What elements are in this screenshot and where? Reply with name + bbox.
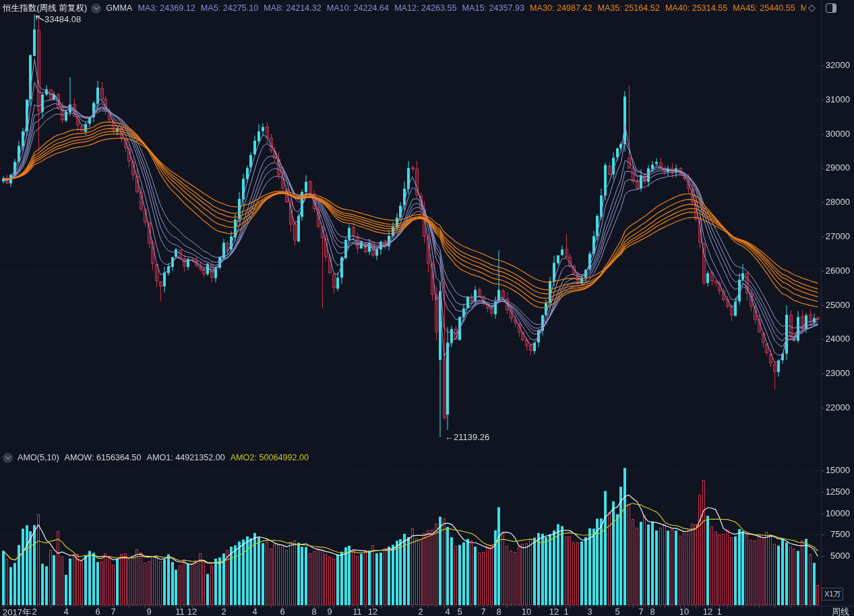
x-axis-label-6: 11 [175,607,185,616]
price-tick-label-10: 22000 [823,402,850,412]
collapse-volume-icon[interactable] [3,453,13,463]
ma-value-10: M [801,3,806,13]
x-axis-label-19: 8 [496,607,501,616]
ma-value-0: MA3: 24369.12 [138,3,195,13]
ma-value-6: MA30: 24987.42 [530,3,592,13]
ma-value-8: MA40: 25314.55 [665,3,727,13]
main-chart-header: 恒生指数(周线 前复权) GMMA MA3: 24369.12MA5: 2427… [3,2,806,14]
x-axis-label-15: 2 [418,607,423,616]
volume-tick-label-3: 7500 [823,529,850,539]
x-axis-label-25: 7 [638,607,643,616]
high-annotation: 33484.08 [44,14,81,24]
amo-values-list: AMOW: 6156364.50AMO1: 44921352.00AMO2: 5… [65,453,314,462]
x-axis-label-24: 5 [615,607,619,616]
x-axis-label-12: 9 [327,607,332,616]
amo-value-1: AMO1: 44921352.00 [146,453,224,462]
x-axis-label-10: 6 [280,607,284,616]
chart-canvas[interactable] [0,0,854,616]
sidebar-toggle-icon[interactable] [826,3,836,13]
x-axis-label-11: 8 [311,607,316,616]
x-axis-label-3: 6 [95,607,100,616]
volume-indicator-name: AMO(5,10) [18,453,59,462]
x-axis-label-18: 7 [481,607,485,616]
x-axis-label-13: 11 [353,607,362,616]
price-tick-label-0: 32000 [823,60,850,70]
ma-value-4: MA12: 24263.55 [394,3,456,13]
ma-value-5: MA15: 24357.93 [462,3,524,13]
price-tick-label-8: 24000 [823,334,850,344]
symbol-title: 恒生指数(周线 前复权) [3,3,87,14]
x-axis-label-0: 2017年 [3,607,31,616]
collapse-indicator-icon[interactable] [91,3,101,13]
volume-unit-label: X1万 [822,588,843,600]
ma-value-9: MA45: 25440.55 [733,3,795,13]
ma-values-list: MA3: 24369.12MA5: 24275.10MA8: 24214.32M… [138,3,806,13]
x-axis-label-23: 3 [587,607,592,616]
volume-tick-label-1: 12500 [823,487,850,497]
x-axis-label-2: 4 [63,607,68,616]
axis-separator-line [821,0,822,616]
x-axis-label-14: 12 [368,607,377,616]
x-axis-label-22: 1 [563,607,568,616]
price-tick-label-2: 30000 [823,129,850,139]
ma-value-3: MA10: 24224.64 [327,3,389,13]
price-tick-label-9: 23000 [823,368,850,378]
x-axis-label-26: 8 [650,607,654,616]
ma-value-7: MA35: 25164.52 [597,3,659,13]
volume-tick-label-0: 15000 [823,465,850,475]
x-axis-label-28: 12 [703,607,712,616]
price-tick-label-3: 29000 [823,162,850,173]
volume-tick-label-4: 5000 [823,551,850,561]
ma-value-1: MA5: 24275.10 [201,3,258,13]
x-axis-label-4: 7 [111,607,115,616]
price-tick-label-7: 25000 [823,300,850,310]
amo-value-2: AMO2: 50064992.00 [231,453,309,462]
volume-panel-header: AMO(5,10) AMOW: 6156364.50AMO1: 44921352… [3,451,314,464]
x-axis-label-17: 5 [457,607,462,616]
x-axis-label-16: 4 [445,607,450,616]
indicator-name: GMMA [106,3,132,13]
x-axis-label-9: 4 [252,607,257,616]
trading-app-window: 恒生指数(周线 前复权) GMMA MA3: 24369.12MA5: 2427… [0,0,854,616]
x-axis-label-27: 10 [679,607,689,616]
amo-value-0: AMOW: 6156364.50 [65,453,142,462]
price-tick-label-6: 26000 [823,266,850,276]
x-axis-label-1: 2 [32,607,36,616]
x-axis-label-29: 1 [716,607,721,616]
price-tick-label-4: 28000 [823,197,850,207]
diamond-icon[interactable]: ◇ [808,2,816,13]
low-annotation: ←21139.26 [445,432,489,442]
x-axis-label-20: 10 [522,607,531,616]
volume-tick-label-2: 10000 [823,508,850,518]
x-axis-label-21: 12 [549,607,559,616]
period-label: 周线 [832,606,849,616]
x-axis-label-5: 9 [146,607,151,616]
ma-value-2: MA8: 24214.32 [264,3,321,13]
x-axis-label-8: 2 [221,607,226,616]
price-tick-label-5: 27000 [823,231,850,241]
price-tick-label-1: 31000 [823,94,850,104]
x-axis-label-7: 12 [187,607,197,616]
